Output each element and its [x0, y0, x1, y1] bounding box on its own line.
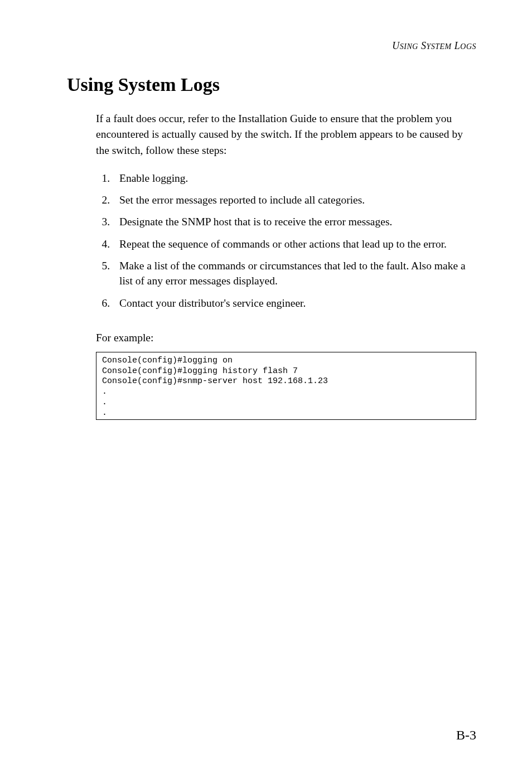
step-item: Contact your distributor's service engin… — [113, 296, 476, 311]
example-label: For example: — [96, 332, 476, 344]
page-title: Using System Logs — [67, 74, 476, 95]
step-item: Repeat the sequence of commands or other… — [113, 236, 476, 251]
page-number: B-3 — [456, 728, 476, 743]
steps-list: Enable logging. Set the error messages r… — [96, 171, 476, 317]
code-line: Console(config)#logging on — [102, 356, 233, 365]
running-header-text: USING SYSTEM LOGS — [392, 40, 476, 51]
code-line: Console(config)#snmp-server host 192.168… — [102, 376, 328, 386]
step-item: Set the error messages reported to inclu… — [113, 192, 476, 207]
ellipsis-dots: . . . — [102, 387, 107, 418]
step-item: Designate the SNMP host that is to recei… — [113, 214, 476, 229]
intro-paragraph: If a fault does occur, refer to the Inst… — [96, 111, 476, 158]
running-header: USING SYSTEM LOGS — [67, 40, 476, 52]
step-item: Make a list of the commands or circumsta… — [113, 258, 476, 289]
code-block: Console(config)#logging on Console(confi… — [96, 352, 476, 420]
step-item: Enable logging. — [113, 171, 476, 186]
code-line: Console(config)#logging history flash 7 — [102, 366, 298, 376]
